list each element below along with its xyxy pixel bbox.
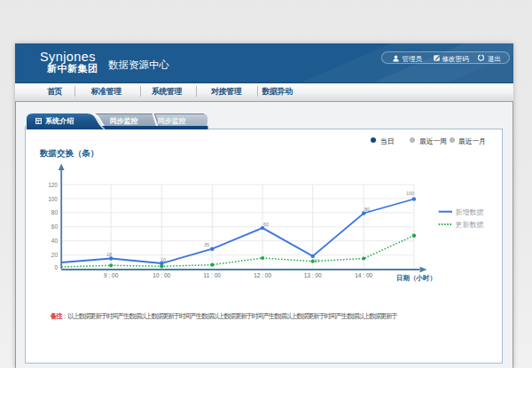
svg-text:18: 18 [106, 252, 112, 257]
svg-text:更新数据: 更新数据 [456, 221, 484, 229]
svg-text:10: 10 [160, 257, 166, 262]
svg-text:13 : 00: 13 : 00 [304, 272, 322, 278]
svg-text:10 : 00: 10 : 00 [153, 272, 170, 278]
svg-text:100: 100 [406, 191, 414, 196]
svg-text:同步监控: 同步监控 [158, 117, 186, 125]
svg-text:60: 60 [51, 223, 59, 230]
svg-text:40: 40 [51, 238, 59, 244]
svg-text:14 : 00: 14 : 00 [355, 272, 372, 278]
svg-text:新增数据: 新增数据 [456, 208, 484, 216]
svg-text:60: 60 [263, 222, 269, 227]
svg-text:日期（小时）: 日期（小时） [396, 274, 436, 282]
svg-text:20: 20 [51, 252, 59, 258]
svg-text:系统介绍: 系统介绍 [44, 116, 74, 125]
svg-text:80: 80 [364, 207, 370, 212]
svg-text:120: 120 [48, 182, 58, 188]
svg-text:35: 35 [204, 242, 209, 247]
svg-text:10: 10 [314, 258, 319, 263]
svg-text:100: 100 [48, 196, 58, 202]
svg-text:12 : 00: 12 : 00 [254, 272, 271, 278]
svg-text:80: 80 [51, 209, 59, 215]
svg-text:同步监控: 同步监控 [110, 117, 138, 125]
svg-text:11 : 00: 11 : 00 [204, 272, 222, 278]
svg-text:9 : 00: 9 : 00 [104, 272, 119, 278]
svg-text:0: 0 [54, 264, 58, 270]
